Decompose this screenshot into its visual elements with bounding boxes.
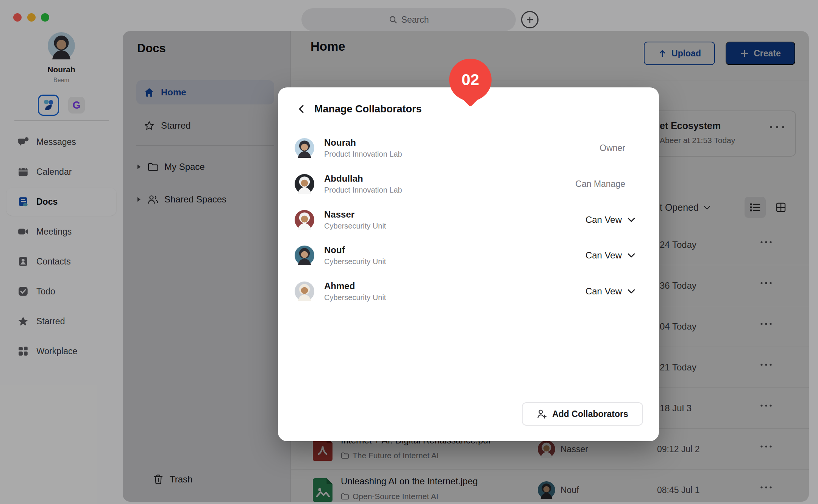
list-view-icon bbox=[749, 202, 761, 212]
grid-view-icon bbox=[776, 202, 786, 213]
sidebar-item-contacts[interactable]: Contacts bbox=[6, 247, 116, 275]
collaborator-avatar bbox=[295, 282, 314, 301]
collaborator-team: Product Innovation Lab bbox=[324, 186, 402, 194]
owner-avatar bbox=[538, 440, 555, 458]
sidebar-item-meetings[interactable]: Meetings bbox=[6, 218, 116, 246]
folder-icon bbox=[341, 452, 349, 459]
role-dropdown[interactable]: Can Vew bbox=[585, 250, 635, 261]
dialog-title: Manage Collaborators bbox=[314, 103, 422, 115]
page-title: Home bbox=[311, 39, 345, 54]
more-icon[interactable] bbox=[760, 281, 773, 285]
sort-dropdown[interactable]: t Opened bbox=[660, 202, 711, 213]
create-button[interactable]: Create bbox=[726, 42, 795, 65]
sidebar-item-docs[interactable]: Docs bbox=[6, 188, 116, 216]
sidebar-item-messages[interactable]: Messages bbox=[6, 128, 116, 156]
docs-nav-starred[interactable]: Starred bbox=[136, 114, 274, 138]
trash-icon bbox=[153, 474, 163, 485]
folder-icon bbox=[341, 493, 349, 500]
star-icon bbox=[17, 316, 29, 327]
docs-icon bbox=[17, 196, 29, 207]
file-time: 08:45 Jul 1 bbox=[657, 470, 700, 502]
collaborator-team: Product Innovation Lab bbox=[324, 150, 402, 159]
add-collaborators-button[interactable]: Add Collaborators bbox=[522, 402, 643, 426]
docs-panel-divider bbox=[136, 145, 274, 146]
sidebar-nav: Messages Calendar Docs Meetings bbox=[0, 128, 123, 367]
more-icon[interactable] bbox=[760, 363, 773, 367]
collaborator-role: Owner bbox=[599, 143, 625, 153]
back-button[interactable] bbox=[295, 103, 308, 115]
header-divider bbox=[291, 81, 809, 81]
file-time: 09:12 Jul 2 bbox=[657, 429, 700, 470]
more-icon[interactable] bbox=[760, 322, 773, 326]
sidebar-divider bbox=[14, 120, 109, 121]
contacts-icon bbox=[17, 256, 29, 267]
caret-right-icon bbox=[136, 164, 142, 170]
meetings-icon bbox=[17, 226, 29, 237]
collaborator-row: Nouf Cybersecurity Unit Can Vew bbox=[295, 239, 635, 272]
collaborator-name: Abdullah bbox=[324, 173, 402, 184]
image-file-icon bbox=[313, 478, 333, 502]
app-sidebar: Nourah Beem G Messages Calendar bbox=[0, 0, 123, 504]
docs-nav-trash[interactable]: Trash bbox=[136, 467, 274, 492]
sidebar-item-todo[interactable]: Todo bbox=[6, 277, 116, 305]
file-row[interactable]: Unleashing AI on the Internet.jpeg Open-… bbox=[291, 470, 809, 502]
sidebar-item-starred[interactable]: Starred bbox=[6, 307, 116, 335]
sidebar-item-workplace[interactable]: Workplace bbox=[6, 337, 116, 365]
list-view-button[interactable] bbox=[745, 197, 766, 218]
chevron-down-icon bbox=[627, 289, 635, 294]
badge-number: 02 bbox=[449, 59, 492, 101]
owner-name: Nouf bbox=[560, 470, 579, 502]
beem-app-icon[interactable] bbox=[38, 95, 59, 116]
user-name: Nourah bbox=[0, 65, 123, 74]
tutorial-step-badge: 02 bbox=[449, 59, 492, 110]
collaborator-avatar bbox=[295, 174, 314, 194]
role-dropdown[interactable]: Can Vew bbox=[585, 215, 635, 225]
collaborator-team: Cybersecurity Unit bbox=[324, 293, 386, 302]
docs-nav-home[interactable]: Home bbox=[136, 80, 274, 104]
file-folder: Open-Source Internet AI bbox=[341, 492, 438, 501]
grid-view-button[interactable] bbox=[770, 197, 791, 218]
dialog-header: Manage Collaborators bbox=[295, 103, 422, 115]
star-outline-icon bbox=[144, 120, 155, 131]
caret-right-icon bbox=[136, 196, 142, 202]
new-tab-button[interactable] bbox=[521, 11, 539, 28]
messages-icon bbox=[17, 136, 29, 148]
folder-icon bbox=[147, 162, 159, 172]
plus-icon bbox=[525, 15, 534, 24]
g-app-icon[interactable]: G bbox=[68, 97, 85, 114]
more-icon[interactable] bbox=[760, 404, 773, 408]
todo-icon bbox=[17, 286, 29, 297]
recent-doc-meta: Abeer at 21:53 Today bbox=[660, 136, 735, 145]
search-input[interactable]: Search bbox=[301, 8, 516, 31]
docs-nav-shared-spaces[interactable]: Shared Spaces bbox=[136, 187, 280, 212]
app-window: Search Nourah Beem G Messages bbox=[0, 0, 818, 504]
manage-collaborators-dialog: Manage Collaborators Nourah Product Inno… bbox=[278, 87, 659, 441]
docs-panel-title: Docs bbox=[137, 42, 166, 55]
workspace-name: Beem bbox=[0, 77, 123, 84]
more-icon[interactable] bbox=[760, 445, 773, 448]
upload-arrow-icon bbox=[658, 49, 667, 58]
calendar-icon bbox=[17, 166, 29, 177]
user-avatar[interactable] bbox=[48, 32, 75, 59]
sidebar-item-calendar[interactable]: Calendar bbox=[6, 158, 116, 186]
collaborator-avatar bbox=[295, 138, 314, 158]
more-icon[interactable] bbox=[760, 240, 773, 244]
upload-button[interactable]: Upload bbox=[644, 42, 715, 65]
docs-nav-my-space[interactable]: My Space bbox=[136, 155, 280, 179]
chevron-down-icon bbox=[627, 217, 635, 222]
people-icon bbox=[147, 194, 159, 205]
home-icon bbox=[144, 87, 155, 98]
collaborator-avatar bbox=[295, 246, 314, 265]
file-name: Unleashing AI on the Internet.jpeg bbox=[341, 476, 478, 487]
collaborator-team: Cybersecurity Unit bbox=[324, 222, 386, 230]
plus-icon bbox=[740, 49, 749, 58]
more-icon[interactable] bbox=[760, 485, 773, 489]
owner-avatar bbox=[538, 481, 555, 499]
role-dropdown[interactable]: Can Vew bbox=[585, 286, 635, 297]
more-icon[interactable] bbox=[769, 125, 785, 129]
search-icon bbox=[389, 15, 398, 24]
collaborator-row: Ahmed Cybersecurity Unit Can Vew bbox=[295, 275, 635, 308]
collaborator-row: Nourah Product Innovation Lab Owner bbox=[295, 132, 635, 164]
collaborator-role: Can Manage bbox=[575, 179, 625, 189]
collaborator-row: Nasser Cybersecurity Unit Can Vew bbox=[295, 204, 635, 236]
